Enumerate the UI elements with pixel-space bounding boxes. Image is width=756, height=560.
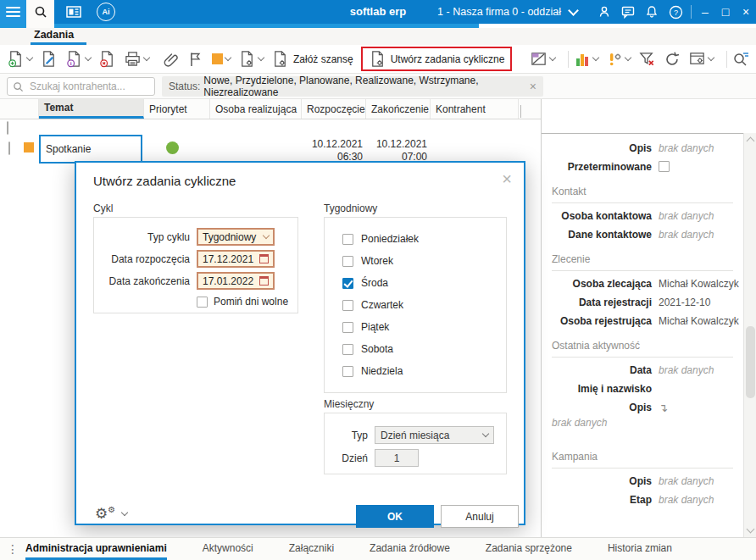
tab-zadania-zrodlowe[interactable]: Zadania źródłowe: [370, 538, 450, 560]
pomin-dni-wolne-checkbox[interactable]: [197, 297, 208, 308]
chevron-down-icon[interactable]: [225, 54, 231, 61]
cancel-button[interactable]: Anuluj: [441, 505, 519, 528]
notifications-bell-button[interactable]: [640, 0, 664, 24]
ai-module-tab[interactable]: Ai: [93, 0, 119, 24]
user-button[interactable]: [592, 0, 616, 24]
task-actions-button[interactable]: [238, 50, 264, 68]
hamburger-menu-icon[interactable]: [0, 0, 26, 24]
column-header-kontrahent[interactable]: Kontrahent: [431, 99, 519, 119]
chevron-down-icon[interactable]: [625, 54, 631, 61]
data-zakonczenia-input[interactable]: 17.01.2022: [197, 272, 275, 290]
alerts-settings-button[interactable]: [606, 51, 631, 68]
refresh-button[interactable]: [664, 51, 681, 68]
search-kontrahent-box[interactable]: [7, 77, 155, 96]
messages-button[interactable]: [616, 0, 640, 24]
piatek-checkbox[interactable]: [342, 322, 353, 333]
wtorek-checkbox[interactable]: [342, 256, 353, 267]
window-close-button[interactable]: ×: [736, 0, 756, 24]
tab-historia-zmian[interactable]: Historia zmian: [608, 538, 672, 560]
tab-aktywnosci[interactable]: Aktywności: [203, 538, 253, 560]
scroll-up-icon[interactable]: [747, 137, 755, 146]
ok-button[interactable]: OK: [356, 505, 434, 528]
sroda-checkbox[interactable]: [342, 278, 353, 289]
chevron-down-icon[interactable]: [708, 54, 714, 61]
more-options-icon[interactable]: ⋮: [0, 542, 25, 556]
layout-settings-button[interactable]: [688, 50, 714, 68]
toolbar: i Załóż szansę Utwórz zadania cykliczne: [0, 45, 756, 74]
tab-zalaczniki[interactable]: Załączniki: [289, 538, 334, 560]
panel-scrollbar[interactable]: [743, 133, 756, 537]
zaloz-szanse-button[interactable]: Załóż szansę: [271, 50, 353, 68]
window-minimize-button[interactable]: –: [695, 0, 715, 24]
dialog-settings-button[interactable]: ⚙⚙: [95, 505, 127, 523]
chevron-down-icon: [482, 430, 489, 437]
help-button[interactable]: ?: [664, 0, 687, 24]
dialog-close-icon[interactable]: ×: [502, 169, 512, 189]
flag-button[interactable]: [187, 51, 204, 68]
typ-cyklu-select[interactable]: Tygodniowy: [197, 228, 275, 246]
column-header-zakonczenie[interactable]: Zakończenie: [366, 99, 431, 119]
dialog-title: Utwórz zadania cykliczne: [93, 174, 236, 188]
no-preview-button[interactable]: [530, 50, 555, 68]
search-module-tab[interactable]: [26, 0, 54, 24]
tab-zadania[interactable]: Zadania: [34, 29, 74, 41]
chevron-down-icon[interactable]: [568, 5, 579, 16]
print-button[interactable]: [124, 50, 149, 68]
kampania-opis-label: Opis: [552, 475, 652, 488]
edit-task-button[interactable]: [40, 50, 58, 68]
selected-cell-temat[interactable]: Spotkanie: [39, 135, 142, 164]
panel-collapse-chevron[interactable]: [520, 105, 521, 117]
chevron-down-icon[interactable]: [592, 54, 599, 61]
delete-task-button[interactable]: [98, 50, 116, 68]
dzien-label: Dzień: [331, 452, 368, 464]
row-checkbox[interactable]: [8, 141, 10, 155]
search-kontrahent-input[interactable]: [28, 80, 149, 93]
sobota-checkbox[interactable]: [342, 344, 353, 355]
calendar-icon[interactable]: [259, 254, 269, 263]
niedziela-checkbox[interactable]: [342, 366, 353, 377]
column-header-priorytet[interactable]: Priorytet: [144, 99, 210, 119]
opis-aktywnosci-label: Opis: [552, 402, 652, 414]
data-rejestracji-value: 2021-12-10: [659, 297, 710, 309]
poniedzialek-checkbox[interactable]: [342, 234, 353, 245]
calendar-icon[interactable]: [259, 276, 269, 286]
kampania-opis-value: brak danych: [659, 475, 714, 488]
new-task-button[interactable]: [7, 50, 32, 68]
expand-text-arrow-icon[interactable]: ↴: [659, 402, 668, 414]
color-status-button[interactable]: [212, 53, 231, 64]
select-all-checkbox[interactable]: [7, 121, 8, 135]
newspaper-icon: [66, 5, 81, 19]
chart-button[interactable]: [574, 51, 598, 68]
data-rozpoczecia-input[interactable]: 17.12.2021: [197, 250, 275, 268]
search-in-list-button[interactable]: [732, 51, 749, 68]
czwartek-checkbox[interactable]: [342, 300, 353, 311]
chevron-down-icon[interactable]: [85, 54, 92, 61]
chevron-down-icon[interactable]: [549, 54, 556, 61]
utworz-zadania-cykliczne-button[interactable]: Utwórz zadania cykliczne: [369, 50, 505, 68]
column-header-temat[interactable]: Temat: [39, 99, 144, 119]
scroll-down-icon[interactable]: [747, 525, 755, 534]
tab-administracja-uprawnieniami[interactable]: Administracja uprawnieniami: [25, 538, 167, 560]
scrollbar-thumb[interactable]: [746, 326, 755, 398]
window-maximize-button[interactable]: □: [715, 0, 736, 24]
tab-zadania-sprzezone[interactable]: Zadania sprzężone: [486, 538, 572, 560]
przeterminowane-checkbox[interactable]: [659, 161, 670, 172]
clear-filter-button[interactable]: [638, 50, 656, 68]
column-header-osoba-realizujaca[interactable]: Osoba realizująca: [210, 99, 302, 119]
data-zakonczenia-label: Data zakończenia: [97, 275, 190, 287]
chevron-down-icon[interactable]: [26, 54, 33, 61]
kampania-section-header: Kampania: [552, 451, 733, 469]
data-rozpoczecia-value: 17.12.2021: [203, 253, 256, 265]
titlebar-separator: [691, 5, 692, 19]
attachment-button[interactable]: [162, 50, 180, 68]
status-filter-chip[interactable]: Status: Nowe, Przydzielone, Planowane, R…: [162, 76, 543, 97]
task-info-button[interactable]: i: [65, 50, 91, 68]
poniedzialek-label: Poniedziałek: [361, 233, 419, 245]
column-header-rozpoczecie[interactable]: Rozpoczęcie: [302, 99, 366, 119]
chevron-down-icon[interactable]: [143, 54, 150, 61]
miesieczny-typ-select: Dzień miesiąca: [375, 426, 494, 444]
news-module-tab[interactable]: [61, 0, 86, 24]
company-selector[interactable]: 1 - Nasza firma 0 - oddział: [437, 6, 561, 18]
chevron-down-icon[interactable]: [258, 54, 264, 61]
remove-filter-icon[interactable]: ×: [525, 80, 536, 93]
